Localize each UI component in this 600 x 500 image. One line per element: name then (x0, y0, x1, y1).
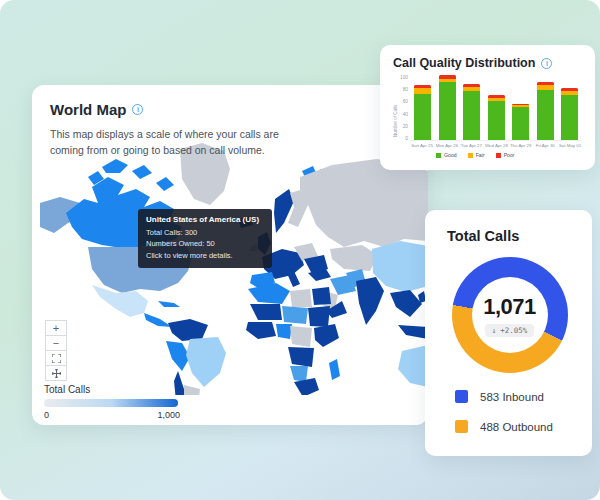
total-calls-title: Total Calls (447, 228, 572, 244)
x-tick: Mon Apr 26 (436, 143, 458, 148)
legend-label: Good (444, 152, 457, 158)
map-scale-max: 1,000 (157, 410, 180, 420)
legend-swatch (436, 153, 441, 158)
change-value: +2.05% (500, 326, 527, 335)
legend-outbound[interactable]: 488 Outbound (455, 420, 572, 433)
bar-segment-good (561, 95, 578, 140)
bar-fri-apr-30[interactable] (537, 82, 554, 140)
world-map-title: World Map (50, 101, 126, 118)
legend-label: Fair (476, 152, 485, 158)
inbound-label: 583 Inbound (480, 391, 544, 403)
country-sudan (308, 306, 330, 327)
change-badge: ↓ +2.05% (485, 324, 535, 337)
tooltip-numbers-owned: Numbers Owned: 50 (146, 238, 264, 249)
country-niger-chad (282, 306, 308, 324)
inbound-swatch (455, 390, 468, 403)
total-calls-card: Total Calls 1,071 ↓ +2.05% 583 Inbound 4… (425, 210, 592, 456)
country-colombia-venezuela (168, 319, 208, 341)
country-angola-zambia (288, 347, 314, 367)
call-quality-card: Call Quality Distribution i Number of Ca… (380, 45, 595, 170)
bar-segment-good (439, 82, 456, 140)
bar-sun-apr-25[interactable] (414, 85, 431, 140)
map-africa[interactable] (246, 283, 340, 395)
x-tick: Sat May 01 (559, 143, 581, 148)
legend-item-poor[interactable]: Poor (496, 152, 515, 158)
country-brazil (186, 337, 226, 387)
y-tick: 20 (399, 124, 408, 129)
pan-icon (52, 369, 61, 378)
fullscreen-button[interactable] (45, 350, 67, 366)
country-australia (398, 345, 428, 387)
map-scale-min: 0 (44, 410, 49, 420)
quality-bars (410, 75, 582, 141)
x-tick: Thu Apr 29 (510, 143, 532, 148)
southeast-asia (390, 290, 422, 317)
bar-segment-good (414, 94, 431, 141)
total-calls-donut[interactable]: 1,071 ↓ +2.05% (452, 257, 568, 373)
bar-mon-apr-26[interactable] (439, 75, 456, 140)
x-tick: Wed Apr 28 (485, 143, 507, 148)
legend-inbound[interactable]: 583 Inbound (455, 390, 572, 403)
central-america (144, 313, 172, 327)
donut-center: 1,071 ↓ +2.05% (472, 277, 548, 353)
y-axis-ticks: 100806040200 (399, 75, 410, 141)
y-axis-title: Number of Calls (393, 75, 398, 137)
zoom-out-button[interactable]: − (45, 335, 67, 351)
country-libya (290, 289, 312, 307)
central-africa (290, 326, 312, 347)
central-asia (330, 245, 378, 271)
tooltip-hint: Click to view more details. (146, 250, 264, 261)
bar-wed-apr-28[interactable] (488, 95, 505, 140)
y-tick: 100 (399, 75, 408, 80)
zoom-in-button[interactable]: + (45, 320, 67, 336)
canada-arctic-islands (132, 165, 152, 179)
country-mali-mauritania (250, 304, 282, 320)
total-calls-value: 1,071 (483, 294, 536, 320)
quality-legend: GoodFairPoor (436, 152, 582, 158)
country-nigeria (276, 324, 292, 339)
pan-button[interactable] (45, 365, 67, 381)
tooltip-total-calls: Total Calls: 300 (146, 227, 264, 238)
map-controls: + − (45, 321, 67, 381)
outbound-label: 488 Outbound (480, 421, 553, 433)
y-tick: 40 (399, 112, 408, 117)
x-tick: Fri Apr 30 (534, 143, 556, 148)
country-algeria-morocco (248, 283, 290, 304)
world-map-card: World Map i This map displays a scale of… (32, 85, 428, 425)
country-russia (300, 159, 428, 247)
country-indonesia (398, 325, 428, 339)
bar-tue-apr-27[interactable] (463, 84, 480, 140)
map-scale-legend: Total Calls 0 1,000 (44, 384, 180, 420)
map-scale-gradient (44, 399, 178, 407)
y-tick: 60 (399, 99, 408, 104)
map-scale-label: Total Calls (44, 384, 180, 395)
legend-item-fair[interactable]: Fair (468, 152, 485, 158)
info-icon[interactable]: i (541, 58, 552, 69)
y-tick: 0 (399, 136, 408, 141)
outbound-swatch (455, 420, 468, 433)
bar-segment-good (537, 90, 554, 140)
legend-item-good[interactable]: Good (436, 152, 457, 158)
x-axis-labels: Sun Apr 25Mon Apr 26Tue Apr 27Wed Apr 28… (410, 143, 582, 148)
legend-label: Poor (504, 152, 515, 158)
world-map-description: This map displays a scale of where your … (50, 126, 285, 159)
country-china (372, 241, 428, 292)
country-italy (286, 269, 300, 287)
bar-segment-good (463, 91, 480, 140)
map-oceania[interactable] (398, 345, 428, 387)
legend-swatch (496, 153, 501, 158)
country-india (356, 277, 384, 325)
bar-sat-may-01[interactable] (561, 88, 578, 140)
world-map-canvas[interactable] (32, 143, 428, 395)
info-icon[interactable]: i (132, 104, 143, 115)
legend-swatch (468, 153, 473, 158)
bar-segment-good (512, 107, 529, 140)
tooltip-country: United States of America (US) (146, 215, 264, 224)
call-quality-chart: Number of Calls 100806040200 Sun Apr 25M… (393, 75, 582, 158)
west-africa (246, 322, 276, 339)
y-tick: 80 (399, 87, 408, 92)
total-calls-legend: 583 Inbound 488 Outbound (447, 390, 572, 433)
bar-thu-apr-29[interactable] (512, 104, 529, 140)
x-tick: Sun Apr 25 (411, 143, 433, 148)
country-argentina (184, 385, 200, 395)
